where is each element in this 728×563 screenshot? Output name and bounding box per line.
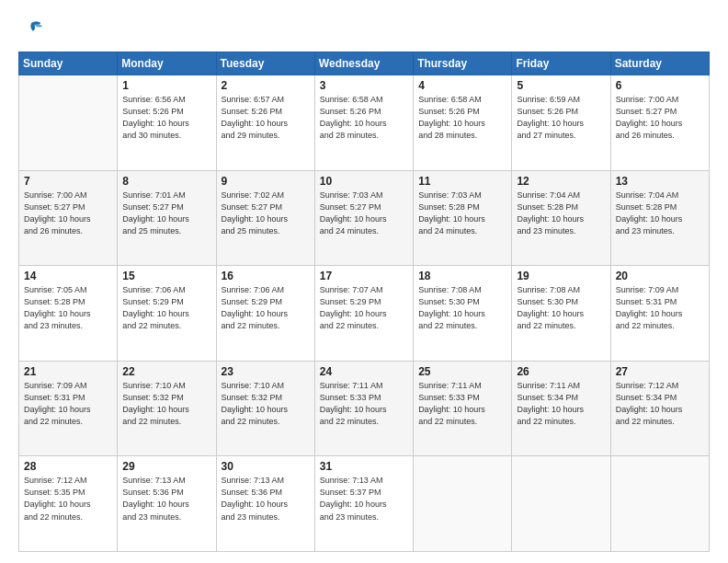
header xyxy=(18,17,710,42)
day-info: Sunrise: 7:12 AM Sunset: 5:35 PM Dayligh… xyxy=(24,475,112,523)
calendar-table: SundayMondayTuesdayWednesdayThursdayFrid… xyxy=(18,52,710,552)
weekday-header-sunday: Sunday xyxy=(19,52,118,75)
calendar-cell: 4Sunrise: 6:58 AM Sunset: 5:26 PM Daylig… xyxy=(414,75,512,171)
day-info: Sunrise: 7:05 AM Sunset: 5:28 PM Dayligh… xyxy=(24,284,112,332)
day-number: 26 xyxy=(517,365,605,378)
calendar-cell xyxy=(414,456,512,552)
weekday-header-saturday: Saturday xyxy=(610,52,709,75)
calendar-cell: 24Sunrise: 7:11 AM Sunset: 5:33 PM Dayli… xyxy=(314,361,413,456)
calendar-cell: 8Sunrise: 7:01 AM Sunset: 5:27 PM Daylig… xyxy=(118,170,216,266)
day-number: 12 xyxy=(517,175,605,188)
day-number: 28 xyxy=(24,460,112,473)
day-info: Sunrise: 6:58 AM Sunset: 5:26 PM Dayligh… xyxy=(418,94,506,142)
calendar-cell: 17Sunrise: 7:07 AM Sunset: 5:29 PM Dayli… xyxy=(314,266,413,362)
calendar-cell: 12Sunrise: 7:04 AM Sunset: 5:28 PM Dayli… xyxy=(512,170,610,266)
weekday-header-wednesday: Wednesday xyxy=(314,52,413,75)
calendar-cell: 10Sunrise: 7:03 AM Sunset: 5:27 PM Dayli… xyxy=(314,170,413,266)
calendar-cell: 14Sunrise: 7:05 AM Sunset: 5:28 PM Dayli… xyxy=(19,266,118,362)
weekday-header-row: SundayMondayTuesdayWednesdayThursdayFrid… xyxy=(19,52,710,75)
day-info: Sunrise: 7:03 AM Sunset: 5:27 PM Dayligh… xyxy=(320,190,408,237)
calendar-cell: 29Sunrise: 7:13 AM Sunset: 5:36 PM Dayli… xyxy=(118,456,216,552)
day-number: 13 xyxy=(616,175,704,188)
calendar-cell: 2Sunrise: 6:57 AM Sunset: 5:26 PM Daylig… xyxy=(216,75,314,171)
calendar-cell: 19Sunrise: 7:08 AM Sunset: 5:30 PM Dayli… xyxy=(512,266,610,362)
calendar-cell: 20Sunrise: 7:09 AM Sunset: 5:31 PM Dayli… xyxy=(610,266,709,362)
calendar-week-row: 14Sunrise: 7:05 AM Sunset: 5:28 PM Dayli… xyxy=(19,266,710,362)
day-number: 11 xyxy=(418,175,506,188)
day-info: Sunrise: 7:10 AM Sunset: 5:32 PM Dayligh… xyxy=(122,380,210,428)
day-info: Sunrise: 7:08 AM Sunset: 5:30 PM Dayligh… xyxy=(418,284,506,332)
day-info: Sunrise: 6:58 AM Sunset: 5:26 PM Dayligh… xyxy=(320,94,408,142)
day-info: Sunrise: 7:04 AM Sunset: 5:28 PM Dayligh… xyxy=(616,190,704,237)
calendar-cell xyxy=(610,456,709,552)
day-info: Sunrise: 7:11 AM Sunset: 5:33 PM Dayligh… xyxy=(418,380,506,428)
calendar-cell: 28Sunrise: 7:12 AM Sunset: 5:35 PM Dayli… xyxy=(19,456,118,552)
day-number: 1 xyxy=(122,79,210,92)
calendar-cell: 31Sunrise: 7:13 AM Sunset: 5:37 PM Dayli… xyxy=(314,456,413,552)
day-info: Sunrise: 7:02 AM Sunset: 5:27 PM Dayligh… xyxy=(222,190,310,237)
day-number: 18 xyxy=(418,270,506,282)
day-number: 31 xyxy=(320,460,408,473)
day-info: Sunrise: 7:01 AM Sunset: 5:27 PM Dayligh… xyxy=(122,190,210,237)
calendar-cell xyxy=(19,75,118,171)
calendar-cell: 11Sunrise: 7:03 AM Sunset: 5:28 PM Dayli… xyxy=(414,170,512,266)
calendar-cell: 30Sunrise: 7:13 AM Sunset: 5:36 PM Dayli… xyxy=(216,456,314,552)
svg-rect-0 xyxy=(18,17,44,42)
day-number: 14 xyxy=(24,270,112,282)
day-number: 25 xyxy=(418,365,506,378)
logo xyxy=(18,17,48,42)
day-number: 3 xyxy=(320,79,408,92)
day-number: 21 xyxy=(24,365,112,378)
calendar-cell: 13Sunrise: 7:04 AM Sunset: 5:28 PM Dayli… xyxy=(610,170,709,266)
calendar-cell: 22Sunrise: 7:10 AM Sunset: 5:32 PM Dayli… xyxy=(118,361,216,456)
day-info: Sunrise: 6:57 AM Sunset: 5:26 PM Dayligh… xyxy=(222,94,310,142)
day-info: Sunrise: 7:13 AM Sunset: 5:36 PM Dayligh… xyxy=(222,475,310,523)
day-info: Sunrise: 7:09 AM Sunset: 5:31 PM Dayligh… xyxy=(24,380,112,428)
calendar-cell: 25Sunrise: 7:11 AM Sunset: 5:33 PM Dayli… xyxy=(414,361,512,456)
day-info: Sunrise: 7:10 AM Sunset: 5:32 PM Dayligh… xyxy=(222,380,310,428)
day-number: 29 xyxy=(122,460,210,473)
calendar-cell: 23Sunrise: 7:10 AM Sunset: 5:32 PM Dayli… xyxy=(216,361,314,456)
calendar-week-row: 28Sunrise: 7:12 AM Sunset: 5:35 PM Dayli… xyxy=(19,456,710,552)
calendar-cell: 6Sunrise: 7:00 AM Sunset: 5:27 PM Daylig… xyxy=(610,75,709,171)
calendar-cell: 26Sunrise: 7:11 AM Sunset: 5:34 PM Dayli… xyxy=(512,361,610,456)
day-number: 2 xyxy=(222,79,310,92)
page: SundayMondayTuesdayWednesdayThursdayFrid… xyxy=(0,0,728,563)
calendar-cell: 7Sunrise: 7:00 AM Sunset: 5:27 PM Daylig… xyxy=(19,170,118,266)
day-info: Sunrise: 7:00 AM Sunset: 5:27 PM Dayligh… xyxy=(616,94,704,142)
calendar-cell xyxy=(512,456,610,552)
day-number: 19 xyxy=(517,270,605,282)
day-info: Sunrise: 7:06 AM Sunset: 5:29 PM Dayligh… xyxy=(122,284,210,332)
calendar-cell: 27Sunrise: 7:12 AM Sunset: 5:34 PM Dayli… xyxy=(610,361,709,456)
day-info: Sunrise: 7:11 AM Sunset: 5:33 PM Dayligh… xyxy=(320,380,408,428)
day-number: 24 xyxy=(320,365,408,378)
day-info: Sunrise: 7:13 AM Sunset: 5:36 PM Dayligh… xyxy=(122,475,210,523)
day-number: 23 xyxy=(222,365,310,378)
calendar-week-row: 21Sunrise: 7:09 AM Sunset: 5:31 PM Dayli… xyxy=(19,361,710,456)
weekday-header-thursday: Thursday xyxy=(414,52,512,75)
day-number: 7 xyxy=(24,175,112,188)
day-number: 6 xyxy=(616,79,704,92)
day-info: Sunrise: 7:11 AM Sunset: 5:34 PM Dayligh… xyxy=(517,380,605,428)
calendar-week-row: 7Sunrise: 7:00 AM Sunset: 5:27 PM Daylig… xyxy=(19,170,710,266)
weekday-header-tuesday: Tuesday xyxy=(216,52,314,75)
day-info: Sunrise: 7:04 AM Sunset: 5:28 PM Dayligh… xyxy=(517,190,605,237)
day-number: 8 xyxy=(122,175,210,188)
day-info: Sunrise: 6:59 AM Sunset: 5:26 PM Dayligh… xyxy=(517,94,605,142)
day-number: 20 xyxy=(616,270,704,282)
day-info: Sunrise: 7:08 AM Sunset: 5:30 PM Dayligh… xyxy=(517,284,605,332)
weekday-header-monday: Monday xyxy=(118,52,216,75)
day-number: 10 xyxy=(320,175,408,188)
day-number: 16 xyxy=(222,270,310,282)
day-info: Sunrise: 7:09 AM Sunset: 5:31 PM Dayligh… xyxy=(616,284,704,332)
day-info: Sunrise: 6:56 AM Sunset: 5:26 PM Dayligh… xyxy=(122,94,210,142)
day-number: 5 xyxy=(517,79,605,92)
day-number: 9 xyxy=(222,175,310,188)
weekday-header-friday: Friday xyxy=(512,52,610,75)
calendar-cell: 18Sunrise: 7:08 AM Sunset: 5:30 PM Dayli… xyxy=(414,266,512,362)
day-number: 17 xyxy=(320,270,408,282)
day-info: Sunrise: 7:07 AM Sunset: 5:29 PM Dayligh… xyxy=(320,284,408,332)
calendar-cell: 1Sunrise: 6:56 AM Sunset: 5:26 PM Daylig… xyxy=(118,75,216,171)
calendar-cell: 3Sunrise: 6:58 AM Sunset: 5:26 PM Daylig… xyxy=(314,75,413,171)
day-info: Sunrise: 7:12 AM Sunset: 5:34 PM Dayligh… xyxy=(616,380,704,428)
